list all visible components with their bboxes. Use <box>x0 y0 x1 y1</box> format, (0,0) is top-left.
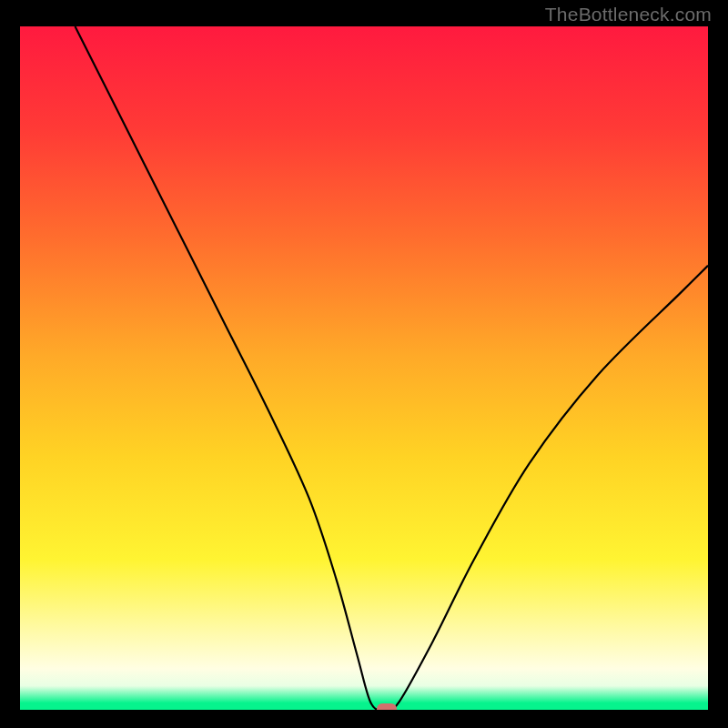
optimal-marker <box>377 703 397 712</box>
chart-frame <box>18 25 710 712</box>
curve-svg <box>20 26 708 710</box>
watermark-text: TheBottleneck.com <box>545 4 712 25</box>
bottleneck-curve-path <box>75 26 708 710</box>
